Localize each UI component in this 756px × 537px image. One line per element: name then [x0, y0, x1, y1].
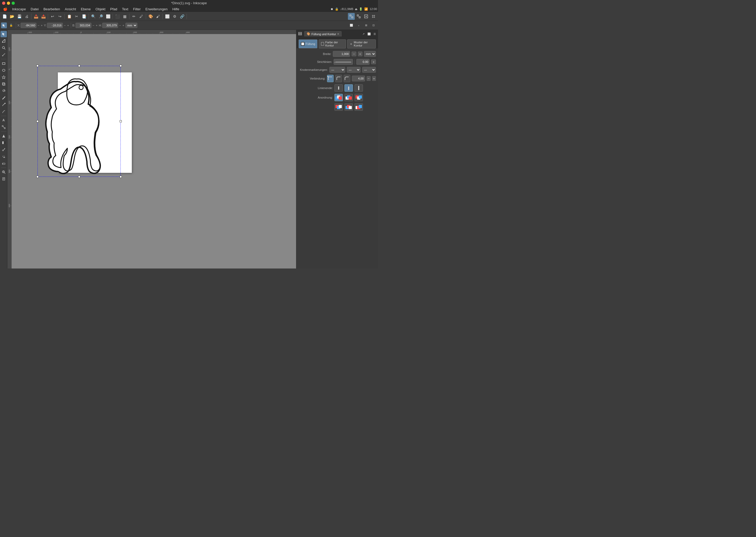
node-editor-button[interactable]: ✏ [131, 13, 137, 20]
paint-order-5[interactable] [344, 103, 353, 111]
verbindung-plus[interactable]: + [372, 76, 376, 81]
3d-box-tool[interactable] [1, 81, 7, 87]
zoom-tool[interactable] [1, 45, 7, 51]
canvas-area[interactable]: -200 -100 0 100 200 300 400 [7, 30, 296, 268]
pencil-tool[interactable] [1, 95, 7, 101]
paint-order-3[interactable] [355, 94, 363, 101]
spray-tool[interactable] [1, 153, 7, 160]
b-input[interactable] [76, 23, 92, 28]
handle-tr[interactable] [120, 65, 122, 67]
menu-ansicht[interactable]: Ansicht [62, 7, 78, 12]
ungroup-button[interactable]: ▦ [121, 13, 128, 20]
ellipse-tool[interactable] [1, 67, 7, 73]
handle-br[interactable] [120, 176, 122, 178]
traffic-lights[interactable] [2, 2, 15, 5]
join-miter-btn[interactable] [327, 75, 334, 82]
dropper-tool[interactable] [1, 146, 7, 153]
knoten-select-3[interactable]: — [362, 67, 376, 73]
calligraphy-tool[interactable] [1, 108, 7, 115]
x-plus[interactable]: + [40, 24, 43, 27]
transform-tools-4[interactable]: ⊡ [370, 22, 377, 29]
handle-bl[interactable] [36, 176, 39, 178]
h-input[interactable] [102, 23, 118, 28]
h-plus[interactable]: + [122, 24, 125, 27]
strich-input[interactable] [356, 59, 369, 65]
menu-inkscape[interactable]: Inkscape [10, 7, 28, 12]
fill-subtab[interactable]: Füllung [298, 39, 318, 48]
transform-button[interactable]: ⚙ [171, 13, 178, 20]
connector-tool[interactable] [1, 124, 7, 130]
paint-order-1[interactable] [334, 94, 343, 101]
x-minus[interactable]: − [37, 24, 40, 27]
undo-button[interactable]: ↩ [49, 13, 56, 20]
menu-datei[interactable]: Datei [28, 7, 41, 12]
redo-button[interactable]: ↪ [57, 13, 63, 20]
zoom-fit-button[interactable]: ⬜ [105, 13, 111, 20]
y-input[interactable] [47, 23, 63, 28]
lock-ratio-button[interactable]: 🔓 [8, 22, 15, 29]
panel-menu-icon[interactable]: ☰ [372, 31, 377, 36]
breite-input[interactable] [333, 51, 350, 57]
handle-tm[interactable] [78, 65, 80, 67]
open-button[interactable]: 📂 [9, 13, 15, 20]
breite-plus[interactable]: + [358, 52, 362, 56]
stroke-button[interactable]: 🖌 [155, 13, 161, 20]
panel-maximize-icon[interactable]: ⬜ [367, 31, 371, 36]
import-button[interactable]: 📥 [32, 13, 39, 20]
snap-bbox-button[interactable] [363, 13, 369, 20]
menu-apple[interactable]: 🍎 [1, 7, 10, 12]
fill-stroke-tab[interactable]: 🎨 Füllung und Kontur ✕ [304, 31, 342, 36]
snap-grid-button[interactable] [370, 13, 377, 20]
stroke-line-select[interactable]: —————— - - - - - · · · · · [334, 60, 353, 63]
export-button[interactable]: 📤 [40, 13, 47, 20]
cap-butt-btn[interactable] [334, 84, 343, 92]
group-button[interactable]: ⬛ [114, 13, 121, 20]
cut-button[interactable]: ✂ [73, 13, 80, 20]
canvas-content[interactable] [12, 34, 296, 268]
handle-ml[interactable] [36, 120, 39, 122]
menu-filter[interactable]: Filter [131, 7, 143, 12]
spiral-tool[interactable] [1, 88, 7, 94]
star-tool[interactable] [1, 74, 7, 80]
rect-tool[interactable] [1, 60, 7, 66]
fill-stroke-tab-close[interactable]: ✕ [337, 32, 339, 35]
transform-tools-1[interactable]: ⬜ [348, 22, 355, 29]
selector-tool[interactable] [1, 31, 7, 37]
tweak-button[interactable]: 🖊 [138, 13, 145, 20]
verbindung-minus[interactable]: − [367, 76, 371, 81]
pages-tool[interactable] [1, 176, 7, 182]
cap-round-btn[interactable] [344, 84, 353, 92]
paint-order-6[interactable] [355, 103, 363, 111]
panel-layers-icon[interactable] [297, 31, 303, 36]
b-minus[interactable]: − [92, 24, 94, 27]
new-button[interactable]: 📄 [1, 13, 8, 20]
paint-order-4[interactable] [334, 103, 343, 111]
node-tool[interactable] [1, 38, 7, 44]
verbindung-input[interactable] [352, 76, 365, 81]
transform-tools-3[interactable]: ⊞ [363, 22, 369, 29]
menu-pfad[interactable]: Pfad [108, 7, 119, 12]
menu-hilfe[interactable]: Hilfe [170, 7, 181, 12]
maximize-button[interactable] [12, 2, 15, 5]
transform-tools-2[interactable]: ⬦ [355, 22, 362, 29]
y-plus[interactable]: + [67, 24, 69, 27]
snap-enable-button[interactable] [348, 13, 355, 20]
x-input[interactable] [20, 23, 36, 28]
join-bevel-btn[interactable] [344, 75, 350, 82]
minimize-button[interactable] [7, 2, 10, 5]
gradient-tool[interactable] [1, 140, 7, 146]
menu-objekt[interactable]: Objekt [94, 7, 108, 12]
handle-mr[interactable] [120, 120, 122, 122]
pen-tool[interactable] [1, 102, 7, 108]
stroke-line-preview[interactable]: —————— - - - - - · · · · · [334, 59, 353, 65]
paste-button[interactable]: 📑 [81, 13, 88, 20]
breite-minus[interactable]: − [352, 52, 356, 56]
join-round-btn[interactable] [335, 75, 342, 82]
eraser-tool[interactable] [1, 160, 7, 167]
handle-tl[interactable] [36, 65, 39, 67]
menu-text[interactable]: Text [120, 7, 131, 12]
h-minus[interactable]: − [119, 24, 121, 27]
b-plus[interactable]: + [95, 24, 98, 27]
knoten-select-2[interactable]: — [347, 67, 360, 73]
zoom-view-button[interactable] [1, 169, 7, 175]
